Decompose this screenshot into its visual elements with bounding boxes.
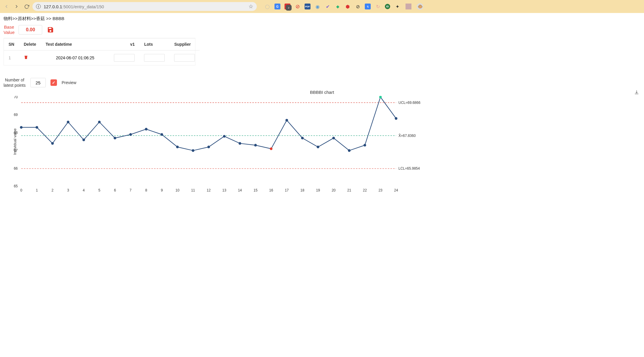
download-chart-icon[interactable] <box>634 90 639 96</box>
chart-title: BBBBI chart <box>4 90 640 95</box>
col-sn: SN <box>4 38 19 50</box>
latest-points-label: Number of latest points <box>4 77 26 88</box>
svg-text:24: 24 <box>394 188 398 192</box>
svg-text:20: 20 <box>332 188 336 192</box>
forward-button[interactable] <box>12 2 21 11</box>
ext-icon-check[interactable]: ✔ <box>325 4 331 9</box>
ext-icon-green[interactable]: ◆ <box>335 4 341 9</box>
extension-tray: ◯ G ✕2 ⊘ PDF ◉ ✔ ◆ ⬢ ⊘ ↯ ↻ ID ✦ 🐵 <box>264 3 423 10</box>
datetime-input[interactable] <box>45 54 104 62</box>
svg-point-55 <box>301 137 304 140</box>
svg-text:UCL=69.6866: UCL=69.6866 <box>398 101 421 105</box>
svg-text:69: 69 <box>14 113 18 117</box>
latest-points-input[interactable] <box>30 78 46 87</box>
svg-point-41 <box>82 139 85 141</box>
svg-point-46 <box>161 133 163 136</box>
chart-container: BBBBI chart Individual value 65666768697… <box>4 90 640 193</box>
svg-point-43 <box>114 137 116 140</box>
ext-icon-prohibit[interactable]: ⊘ <box>355 4 361 9</box>
ext-icon-google-translate[interactable]: G <box>274 4 280 9</box>
base-value-row: Base Value <box>4 24 640 35</box>
lots-input[interactable] <box>144 54 165 62</box>
svg-text:70: 70 <box>14 96 18 99</box>
back-button[interactable] <box>2 2 11 11</box>
col-lots: Lots <box>139 38 169 50</box>
svg-point-39 <box>51 142 54 145</box>
svg-point-49 <box>207 146 210 148</box>
latest-points-row: Number of latest points ✓ Preview <box>4 77 640 88</box>
reload-button[interactable] <box>22 2 31 11</box>
svg-text:5: 5 <box>98 188 100 192</box>
page-body: 物料>>原材料>>香菇 >> BBBB Base Value SN Delete… <box>0 13 644 357</box>
svg-point-57 <box>332 137 335 140</box>
url-text: 127.0.0.1:5001/entry_data/150 <box>44 4 104 9</box>
ext-icon-block[interactable]: ⊘ <box>295 4 300 9</box>
svg-point-52 <box>254 144 257 147</box>
svg-text:6: 6 <box>114 188 116 192</box>
svg-text:3: 3 <box>67 188 69 192</box>
svg-point-54 <box>285 119 288 122</box>
ext-icon-id[interactable]: ID <box>385 4 390 9</box>
breadcrumb: 物料>>原材料>>香菇 >> BBBB <box>4 16 640 22</box>
svg-text:2: 2 <box>51 188 53 192</box>
base-value-label: Base Value <box>4 24 14 35</box>
svg-point-58 <box>348 149 351 152</box>
svg-text:7: 7 <box>130 188 132 192</box>
bookmark-star-icon[interactable]: ☆ <box>249 3 253 10</box>
data-table: SN Delete Test datetime v1 Lots Supplier… <box>4 38 195 65</box>
y-axis-label: Individual value <box>13 128 17 155</box>
svg-text:21: 21 <box>347 188 352 192</box>
svg-text:9: 9 <box>161 188 163 192</box>
svg-text:15: 15 <box>254 188 258 192</box>
svg-text:8: 8 <box>145 188 147 192</box>
svg-point-56 <box>317 146 319 148</box>
browser-chrome: i 127.0.0.1:5001/entry_data/150 ☆ ◯ G ✕2… <box>0 0 644 13</box>
url-bar[interactable]: i 127.0.0.1:5001/entry_data/150 ☆ <box>32 2 257 11</box>
ext-icon-hex[interactable]: ⬢ <box>345 4 351 9</box>
svg-point-59 <box>364 144 366 147</box>
svg-text:66: 66 <box>14 166 18 171</box>
svg-text:22: 22 <box>363 188 367 192</box>
svg-text:23: 23 <box>378 188 383 192</box>
extensions-menu-icon[interactable]: ✦ <box>394 4 400 9</box>
ext-icon-clock[interactable]: ↻ <box>375 4 381 9</box>
svg-point-38 <box>35 126 38 129</box>
svg-text:19: 19 <box>316 188 320 192</box>
svg-text:4: 4 <box>83 188 85 192</box>
svg-point-61 <box>395 117 398 120</box>
col-v1: v1 <box>109 38 139 50</box>
preview-checkbox[interactable]: ✓ <box>50 79 57 86</box>
svg-text:10: 10 <box>175 188 179 192</box>
col-supplier: Supplier <box>169 38 200 50</box>
svg-text:17: 17 <box>285 188 289 192</box>
col-delete: Delete <box>19 38 41 50</box>
ext-icon-blue[interactable]: ↯ <box>365 4 371 9</box>
ext-icon-swirl[interactable]: ◉ <box>315 4 321 9</box>
site-info-icon[interactable]: i <box>36 4 41 9</box>
base-value-input[interactable] <box>19 25 42 35</box>
profile-avatar-icon[interactable]: 🐵 <box>417 3 423 10</box>
svg-text:65: 65 <box>14 184 18 188</box>
save-button[interactable] <box>46 26 55 34</box>
divider <box>406 4 411 9</box>
svg-text:LCL=65.9854: LCL=65.9854 <box>398 167 420 171</box>
svg-text:18: 18 <box>300 188 305 192</box>
svg-text:X̄=67.8360: X̄=67.8360 <box>398 134 416 138</box>
svg-text:11: 11 <box>191 188 195 192</box>
delete-row-button[interactable] <box>24 55 28 60</box>
svg-point-51 <box>238 142 241 145</box>
supplier-input[interactable] <box>174 54 195 62</box>
svg-point-50 <box>223 135 225 138</box>
svg-point-42 <box>98 121 101 123</box>
ext-icon-1[interactable]: ◯ <box>264 4 270 9</box>
svg-point-40 <box>67 121 69 123</box>
svg-text:14: 14 <box>238 188 242 192</box>
table-header-row: SN Delete Test datetime v1 Lots Supplier <box>4 38 200 50</box>
ext-icon-pdf[interactable]: PDF <box>305 4 310 9</box>
svg-point-47 <box>176 146 179 148</box>
svg-text:16: 16 <box>269 188 273 192</box>
v1-input[interactable] <box>114 54 135 62</box>
svg-text:13: 13 <box>222 188 226 192</box>
svg-point-45 <box>145 128 148 131</box>
ext-icon-badge[interactable]: ✕2 <box>285 4 290 9</box>
